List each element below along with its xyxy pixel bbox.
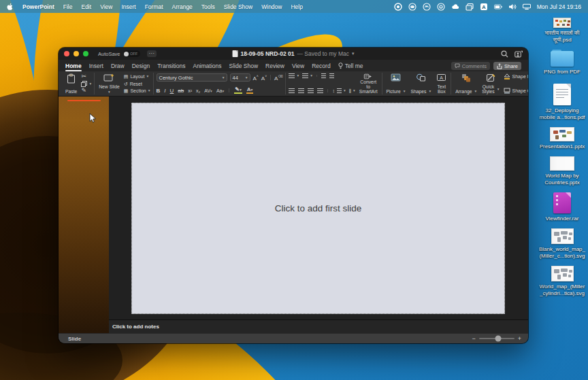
- menu-item-slide-show[interactable]: Slide Show: [224, 3, 253, 10]
- autosave-toggle[interactable]: OFF: [123, 50, 140, 57]
- character-spacing-button[interactable]: AV▾: [204, 88, 212, 93]
- reset-button[interactable]: ↺Reset: [124, 81, 150, 87]
- paste-button[interactable]: Paste: [64, 73, 78, 94]
- strikethrough-button[interactable]: ab: [178, 88, 184, 94]
- italic-button[interactable]: I: [164, 88, 165, 94]
- tab-view[interactable]: View: [292, 63, 304, 71]
- shrink-font-button[interactable]: A˅: [261, 74, 267, 82]
- autosave-control[interactable]: AutoSave OFF ⋯: [98, 50, 157, 57]
- menu-item-help[interactable]: Help: [291, 3, 302, 10]
- menu-app-name[interactable]: PowerPoint: [22, 3, 54, 10]
- input-source-icon[interactable]: A: [480, 3, 488, 11]
- more-commands-icon[interactable]: ⋯: [147, 50, 157, 57]
- tab-design[interactable]: Design: [132, 63, 150, 71]
- desktop-icon-pptx-blank[interactable]: World Map by Countries.pptx: [538, 156, 587, 186]
- tab-transitions[interactable]: Transitions: [157, 63, 185, 71]
- justify-button[interactable]: [317, 88, 323, 93]
- presence-share-icon[interactable]: [514, 50, 523, 58]
- apple-menu-icon[interactable]: [7, 3, 14, 11]
- align-center-button[interactable]: [298, 88, 304, 93]
- search-icon[interactable]: [501, 50, 508, 58]
- zoom-slider-thumb[interactable]: [495, 336, 502, 342]
- zoom-out-button[interactable]: −: [472, 336, 475, 342]
- menu-item-file[interactable]: File: [63, 3, 73, 10]
- desktop-icon-folder[interactable]: PNG from PDF: [538, 50, 587, 75]
- zoom-window-button[interactable]: [83, 51, 88, 56]
- convert-smartart-button[interactable]: Convert to SmartArt: [358, 73, 379, 94]
- format-painter-button[interactable]: ✎: [81, 88, 91, 94]
- tab-record[interactable]: Record: [312, 63, 330, 71]
- tell-me-button[interactable]: Tell me: [338, 63, 363, 71]
- close-window-button[interactable]: [64, 51, 69, 56]
- picture-button[interactable]: Picture▾: [385, 73, 407, 94]
- menu-item-format[interactable]: Format: [145, 3, 163, 10]
- subscript-button[interactable]: x₂: [196, 88, 200, 93]
- desktop-icon-rar[interactable]: Viewfinder.rar: [538, 192, 587, 222]
- font-name-select[interactable]: Century Gothic▾: [157, 73, 227, 82]
- desktop-icon-svg-map-2[interactable]: World_map_(Miller _cylindri...tica).svg: [538, 266, 587, 297]
- display-icon[interactable]: [523, 3, 531, 11]
- line-spacing-button[interactable]: ↕▾: [332, 88, 345, 94]
- section-button[interactable]: ▦Section▾: [124, 88, 150, 94]
- text-highlight-button[interactable]: ✎▾: [234, 87, 242, 94]
- tab-animations[interactable]: Animations: [193, 63, 221, 71]
- share-button[interactable]: Share: [493, 62, 521, 70]
- notes-pane[interactable]: Click to add notes: [109, 319, 528, 333]
- title-chevron-down-icon[interactable]: ▾: [352, 51, 355, 56]
- camera-app-icon[interactable]: [408, 3, 416, 11]
- bullets-button[interactable]: ▾: [289, 73, 299, 78]
- settings-app-icon[interactable]: [437, 3, 445, 11]
- slide-canvas[interactable]: Click to add first slide: [131, 103, 505, 314]
- zoom-slider[interactable]: [479, 338, 514, 339]
- font-color-button[interactable]: A▾: [246, 87, 254, 94]
- grow-font-button[interactable]: A˄: [253, 74, 259, 82]
- layout-button[interactable]: ▤Layout▾: [124, 73, 150, 80]
- shape-outline-button[interactable]: Shape Outline▾: [504, 88, 528, 94]
- align-left-button[interactable]: [289, 88, 295, 93]
- desktop-icon-pdf[interactable]: 32_Deploying mobile a...tions.pdf: [538, 84, 587, 121]
- menu-item-window[interactable]: Window: [261, 3, 282, 10]
- desktop-icon-svg-map-1[interactable]: Blank_world_map_(Miller_c...tion).svg: [538, 228, 587, 260]
- comments-button[interactable]: Comments: [451, 62, 490, 70]
- shapes-button[interactable]: Shapes▾: [409, 73, 432, 94]
- numbering-button[interactable]: ▾: [302, 73, 312, 78]
- menu-item-insert[interactable]: Insert: [121, 3, 135, 10]
- superscript-button[interactable]: x²: [188, 88, 192, 93]
- record-indicator-icon[interactable]: [394, 3, 402, 11]
- slide-thumbnail-pane[interactable]: [59, 97, 109, 333]
- tab-draw[interactable]: Draw: [111, 63, 125, 71]
- menu-item-arrange[interactable]: Arrange: [172, 3, 193, 10]
- menu-item-edit[interactable]: Edit: [81, 3, 91, 10]
- sync-app-icon[interactable]: [423, 3, 431, 11]
- underline-button[interactable]: U: [170, 88, 174, 94]
- minimize-window-button[interactable]: [74, 51, 79, 56]
- tab-insert[interactable]: Insert: [89, 63, 103, 71]
- font-size-select[interactable]: 44▾: [230, 73, 250, 82]
- decrease-indent-button[interactable]: [321, 73, 326, 78]
- tab-review[interactable]: Review: [265, 63, 284, 71]
- quick-styles-button[interactable]: Quick Styles▾: [480, 73, 500, 94]
- menu-clock[interactable]: Mon Jul 24 19:16: [537, 3, 581, 10]
- increase-indent-button[interactable]: [329, 73, 334, 78]
- document-title[interactable]: 18-09-05 NRD-02 01 — Saved to my Mac ▾: [233, 50, 355, 57]
- arrange-button[interactable]: Arrange▾: [454, 73, 478, 94]
- menu-item-tools[interactable]: Tools: [201, 3, 215, 10]
- clear-formatting-button[interactable]: A⌫: [274, 74, 282, 82]
- window-stack-icon[interactable]: [466, 3, 474, 11]
- desktop-icon-pptx-map[interactable]: Presentation1.pptx: [538, 127, 587, 150]
- desktop-icon-psd[interactable]: भारतीय मसालों की सूची.psd: [538, 18, 587, 44]
- menu-item-view[interactable]: View: [100, 3, 112, 10]
- zoom-in-button[interactable]: +: [518, 336, 521, 342]
- cut-button[interactable]: ✂: [81, 73, 91, 80]
- text-box-button[interactable]: A Text Box: [435, 73, 448, 94]
- align-right-button[interactable]: [308, 88, 314, 93]
- bold-button[interactable]: B: [157, 88, 161, 94]
- tab-slide-show[interactable]: Slide Show: [229, 63, 259, 71]
- tab-home[interactable]: Home: [65, 63, 82, 71]
- new-slide-button[interactable]: New Slide ▾: [97, 73, 121, 94]
- copy-button[interactable]: ▾: [81, 81, 91, 87]
- volume-icon[interactable]: [508, 3, 517, 11]
- change-case-button[interactable]: Aa▾: [216, 88, 224, 93]
- cloud-icon[interactable]: [451, 3, 459, 11]
- battery-icon[interactable]: [494, 3, 502, 11]
